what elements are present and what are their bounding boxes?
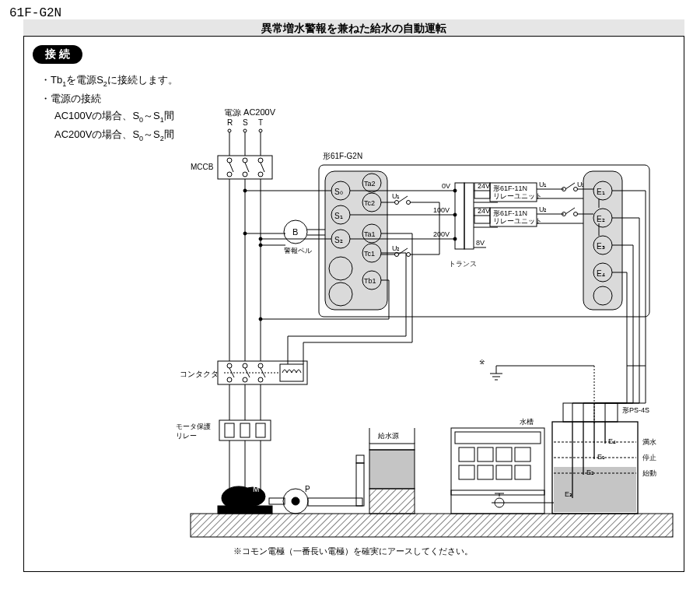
bell-label: 警報ベル: [284, 247, 312, 254]
instruction-line-1: ・Tb1を電源S2に接続します。: [40, 72, 178, 90]
circuit-diagram: 電源 AC200V R S T MCCB B 警報ベル: [23, 109, 684, 568]
pump-p: P: [305, 485, 310, 493]
ground-note: ※コモン電極（一番長い電極）を確実にアースしてください。: [233, 546, 473, 556]
svg-line-73: [565, 183, 575, 189]
svg-rect-144: [218, 506, 272, 514]
svg-rect-61: [464, 183, 474, 249]
svg-point-11: [243, 172, 247, 177]
term-e2: E₂: [597, 215, 605, 223]
svg-rect-136: [240, 423, 250, 437]
motor-icon: [218, 486, 272, 514]
term-ta2: Ta2: [364, 180, 376, 188]
instruction-line-2: ・電源の接続: [40, 90, 178, 107]
relay-b1: 形61F-11N: [493, 209, 527, 217]
u1-label: U₁: [392, 192, 401, 200]
mccb-label: MCCB: [191, 163, 214, 171]
svg-point-42: [395, 201, 399, 205]
term-tc1: Tc1: [364, 250, 375, 258]
bell-b: B: [292, 227, 298, 237]
svg-rect-150: [356, 455, 364, 463]
motor-protect-b: リレー: [176, 432, 197, 440]
svg-rect-157: [455, 432, 541, 444]
relay-u2: U₂: [539, 205, 548, 213]
svg-rect-162: [459, 465, 474, 479]
elec-e3: E₃: [565, 490, 572, 498]
supply-source-label: 給水源: [377, 432, 399, 440]
svg-rect-148: [308, 498, 362, 506]
svg-point-8: [243, 158, 247, 163]
relay-b2: リレーユニット: [493, 217, 542, 225]
valve-icon: [492, 493, 507, 507]
phase-s: S: [243, 118, 248, 127]
svg-point-112: [243, 377, 247, 382]
ground-icon: [490, 366, 502, 380]
svg-point-110: [258, 363, 263, 368]
svg-rect-160: [496, 447, 512, 461]
svg-line-78: [565, 208, 575, 214]
svg-rect-161: [515, 447, 530, 461]
svg-point-130: [259, 318, 262, 321]
term-s0: S₀: [334, 188, 343, 196]
svg-line-15: [261, 163, 264, 172]
svg-rect-135: [225, 423, 234, 437]
svg-rect-166: [451, 490, 544, 495]
svg-rect-155: [369, 489, 415, 514]
term-tb1: Tb1: [364, 277, 376, 285]
tap-0v: 0V: [442, 182, 450, 190]
relay-a1: 形61F-11N: [493, 184, 527, 192]
tank-label: 水槽: [520, 418, 534, 426]
main-unit-label: 形61F-G2N: [323, 152, 362, 160]
u2-label: U₂: [392, 244, 401, 252]
level-start: 始動: [642, 469, 656, 477]
svg-point-10: [227, 172, 232, 177]
level-stop: 停止: [642, 454, 656, 461]
svg-text:※: ※: [479, 358, 485, 366]
svg-rect-174: [563, 403, 618, 422]
phase-t: T: [258, 118, 263, 127]
svg-point-9: [258, 158, 263, 163]
sec-8v: 8V: [476, 239, 485, 247]
tap-200v: 200V: [433, 230, 450, 238]
svg-rect-158: [459, 447, 474, 461]
term-e4: E₄: [597, 269, 605, 278]
model-id: 61F-G2N: [9, 6, 61, 20]
contactor-label: コンタクタ: [180, 370, 219, 378]
svg-point-2: [259, 129, 262, 132]
section-label: 接 続: [33, 45, 82, 64]
svg-rect-151: [369, 450, 415, 489]
svg-point-47: [407, 253, 411, 257]
svg-rect-164: [496, 465, 512, 479]
phase-r: R: [227, 118, 233, 127]
svg-rect-173: [554, 467, 636, 512]
motor-protect-a: モータ保護: [176, 423, 211, 430]
level-full: 満水: [642, 438, 656, 446]
term-ta1: Ta1: [364, 230, 376, 238]
svg-rect-165: [515, 465, 530, 479]
svg-rect-159: [478, 447, 493, 461]
motor-m: M: [253, 485, 259, 493]
svg-rect-142: [191, 514, 673, 537]
elec-e1: E₁: [597, 453, 605, 461]
svg-point-41: [259, 237, 262, 240]
relay-a2: リレーユニット: [493, 192, 542, 200]
term-tc2: Tc2: [364, 199, 375, 207]
term-e1: E₁: [597, 188, 605, 196]
svg-point-44: [407, 201, 411, 205]
svg-rect-147: [269, 498, 285, 504]
term-s1: S₁: [334, 212, 343, 220]
svg-point-0: [228, 129, 231, 132]
relay-u1: U₁: [539, 181, 548, 188]
svg-point-109: [243, 363, 247, 368]
power-label: 電源 AC200V: [224, 109, 276, 117]
svg-point-108: [227, 363, 232, 368]
svg-point-113: [258, 377, 263, 382]
term-e3: E₃: [597, 242, 605, 251]
svg-point-39: [243, 189, 247, 192]
elec-e4: E₄: [608, 437, 616, 445]
elec-e2: E₂: [586, 468, 594, 476]
svg-point-111: [227, 377, 232, 382]
svg-rect-152: [369, 444, 415, 450]
svg-point-79: [574, 212, 578, 216]
svg-point-146: [292, 497, 299, 505]
ps4s-label: 形PS-4S: [622, 406, 649, 414]
